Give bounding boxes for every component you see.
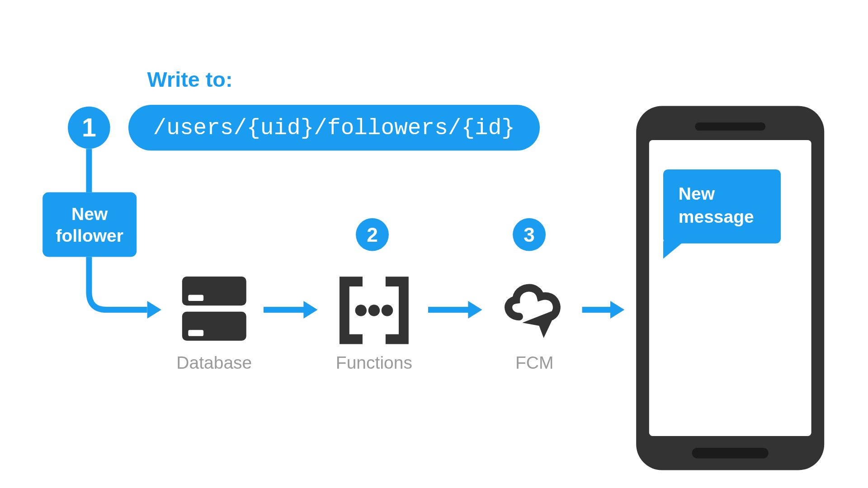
svg-point-7 [382,305,393,316]
database-icon [176,271,252,349]
write-to-heading: Write to: [147,67,233,92]
database-label: Database [176,353,252,373]
fcm-icon [496,269,573,348]
connector-line-step1-to-trigger [86,149,92,192]
new-follower-box: New follower [42,192,137,257]
svg-marker-0 [147,301,161,319]
functions-label: Functions [330,353,418,373]
phone-speaker [695,122,765,131]
svg-rect-3 [188,295,203,301]
svg-rect-4 [188,330,203,336]
database-path-pill: /users/{uid}/followers/{id} [128,105,540,150]
diagram-canvas: Write to: 1 /users/{uid}/followers/{id} … [11,6,857,482]
arrow-db-to-functions [264,307,316,313]
arrow-functions-to-fcm [428,307,481,313]
svg-rect-2 [182,312,246,341]
arrow-fcm-to-phone [582,307,623,313]
svg-point-5 [355,305,367,316]
phone-device: New message [636,106,824,470]
step-badge-2: 2 [356,218,389,251]
step-badge-1: 1 [68,107,110,149]
notification-bubble: New message [663,169,781,244]
connector-curve-to-database [86,257,162,322]
new-follower-line1: New [71,202,108,225]
fcm-label: FCM [496,353,573,373]
step-badge-3: 3 [513,218,546,251]
phone-homebar [692,448,769,458]
svg-rect-1 [182,277,246,305]
svg-point-6 [368,305,380,316]
phone-screen: New message [649,140,811,436]
bubble-line2: message [679,205,765,228]
new-follower-line2: follower [56,225,123,247]
bubble-line1: New [679,183,765,206]
functions-icon [333,269,415,354]
